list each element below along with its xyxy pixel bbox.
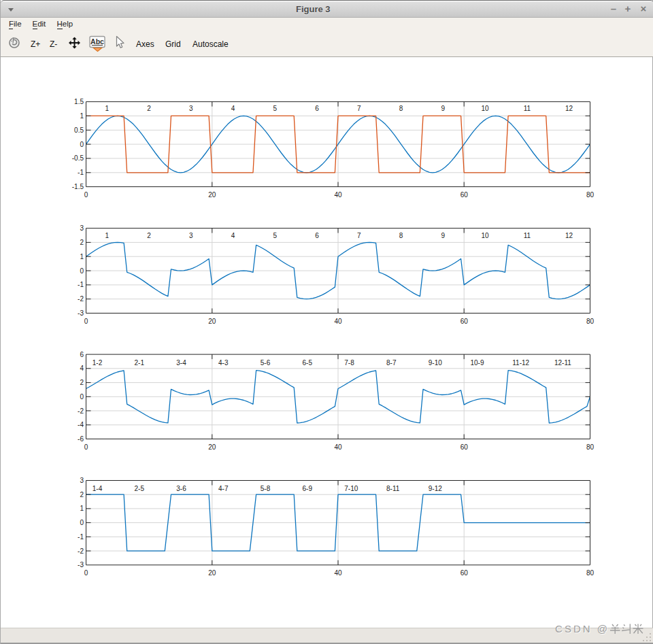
- svg-text:40: 40: [334, 191, 342, 199]
- svg-text:2: 2: [80, 379, 84, 386]
- svg-text:-6: -6: [78, 435, 84, 443]
- svg-text:1: 1: [105, 232, 110, 239]
- svg-text:8-7: 8-7: [386, 359, 397, 367]
- svg-text:1: 1: [105, 105, 110, 112]
- svg-text:4: 4: [80, 365, 84, 372]
- svg-text:-1: -1: [78, 533, 84, 541]
- svg-text:2: 2: [80, 239, 84, 246]
- svg-text:1: 1: [80, 505, 84, 512]
- svg-text:5-8: 5-8: [261, 485, 271, 492]
- svg-text:3: 3: [189, 232, 193, 239]
- svg-text:1: 1: [80, 253, 84, 260]
- svg-text:-0.5: -0.5: [72, 154, 84, 162]
- svg-text:0: 0: [80, 393, 84, 401]
- svg-text:7-10: 7-10: [344, 485, 358, 492]
- svg-text:-1: -1: [78, 169, 84, 176]
- svg-text:-1.5: -1.5: [72, 183, 84, 190]
- svg-text:5: 5: [273, 105, 278, 112]
- svg-text:11: 11: [524, 105, 531, 112]
- svg-text:20: 20: [208, 569, 216, 577]
- svg-text:4-7: 4-7: [218, 485, 229, 492]
- svg-text:1: 1: [80, 112, 84, 120]
- svg-text:40: 40: [334, 569, 342, 577]
- svg-text:0: 0: [84, 318, 88, 325]
- svg-text:80: 80: [586, 318, 595, 325]
- svg-text:-3: -3: [78, 561, 84, 569]
- svg-text:-1: -1: [78, 281, 84, 288]
- svg-text:10: 10: [482, 232, 490, 239]
- svg-text:80: 80: [586, 443, 595, 451]
- svg-text:40: 40: [334, 318, 342, 325]
- svg-text:9-12: 9-12: [429, 485, 442, 492]
- svg-text:10-9: 10-9: [471, 359, 484, 367]
- svg-text:4: 4: [231, 232, 235, 239]
- svg-text:0.5: 0.5: [74, 126, 84, 134]
- svg-text:60: 60: [461, 569, 469, 577]
- svg-text:8-11: 8-11: [386, 485, 400, 492]
- svg-text:5: 5: [273, 232, 278, 239]
- svg-text:4-3: 4-3: [218, 359, 229, 367]
- svg-text:-4: -4: [78, 421, 84, 428]
- svg-text:60: 60: [461, 191, 469, 199]
- svg-text:6-5: 6-5: [303, 359, 313, 367]
- svg-text:20: 20: [208, 318, 216, 325]
- svg-text:8: 8: [399, 232, 403, 239]
- svg-text:7: 7: [357, 232, 361, 239]
- svg-text:-3: -3: [78, 309, 84, 317]
- svg-text:3-4: 3-4: [176, 359, 186, 367]
- svg-text:Abc: Abc: [90, 37, 104, 46]
- svg-text:0: 0: [80, 519, 84, 526]
- svg-text:6: 6: [315, 105, 319, 112]
- svg-text:1-2: 1-2: [93, 359, 103, 367]
- svg-text:60: 60: [461, 443, 469, 451]
- svg-text:0: 0: [84, 191, 88, 199]
- svg-text:3: 3: [80, 224, 84, 232]
- svg-text:20: 20: [208, 443, 216, 451]
- svg-text:12: 12: [565, 105, 573, 112]
- svg-text:0: 0: [84, 443, 88, 451]
- svg-text:2-1: 2-1: [135, 359, 145, 367]
- svg-text:2: 2: [147, 232, 151, 239]
- svg-text:2-5: 2-5: [135, 485, 145, 492]
- svg-text:12: 12: [565, 232, 573, 239]
- svg-text:11-12: 11-12: [512, 359, 529, 367]
- svg-text:2: 2: [80, 491, 84, 498]
- svg-text:60: 60: [461, 318, 469, 325]
- svg-text:5-6: 5-6: [261, 359, 271, 367]
- svg-text:80: 80: [586, 569, 595, 577]
- svg-text:11: 11: [524, 232, 531, 239]
- svg-text:9-10: 9-10: [429, 359, 442, 367]
- svg-text:-2: -2: [78, 407, 84, 415]
- svg-text:-2: -2: [78, 295, 84, 303]
- svg-text:2: 2: [147, 105, 151, 112]
- svg-text:9: 9: [441, 232, 446, 239]
- svg-text:9: 9: [441, 105, 446, 112]
- svg-text:0: 0: [84, 569, 88, 577]
- svg-text:0: 0: [80, 141, 84, 148]
- svg-text:20: 20: [208, 191, 216, 199]
- svg-text:6-9: 6-9: [303, 485, 313, 492]
- svg-text:6: 6: [315, 232, 319, 239]
- svg-text:40: 40: [334, 443, 342, 451]
- svg-text:8: 8: [399, 105, 403, 112]
- svg-text:7: 7: [357, 105, 361, 112]
- svg-text:1-4: 1-4: [93, 485, 103, 492]
- svg-text:3-6: 3-6: [176, 485, 186, 492]
- svg-text:0: 0: [80, 267, 84, 275]
- svg-text:-2: -2: [78, 547, 84, 555]
- svg-text:3: 3: [189, 105, 193, 112]
- svg-text:12-11: 12-11: [554, 359, 571, 367]
- svg-text:3: 3: [80, 477, 84, 484]
- svg-text:4: 4: [231, 105, 235, 112]
- svg-text:10: 10: [482, 105, 490, 112]
- svg-text:1.5: 1.5: [74, 98, 84, 105]
- svg-text:7-8: 7-8: [344, 359, 354, 367]
- svg-text:6: 6: [80, 351, 84, 358]
- svg-text:80: 80: [586, 191, 595, 199]
